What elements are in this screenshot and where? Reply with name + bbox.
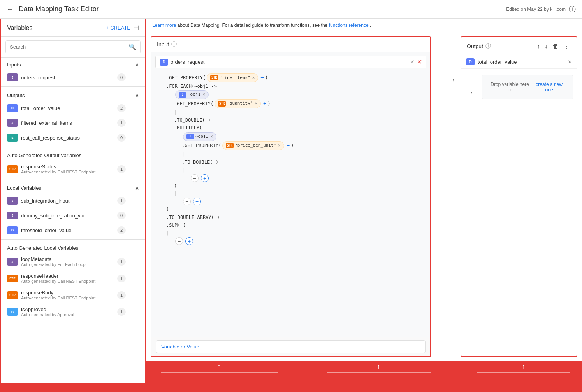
bottom-bar-mid: ↑ [292, 362, 465, 375]
list-item[interactable]: J orders_request 0 ⋮ [1, 70, 145, 85]
var-menu-icon[interactable]: ⋮ [129, 274, 139, 283]
var-menu-icon[interactable]: ⋮ [129, 133, 139, 142]
input-panel: Input ⓘ D orders_request ✕ ✕ [151, 36, 431, 357]
list-item[interactable]: STR responseStatus Auto-generated by Cal… [1, 161, 145, 177]
str-close-icon[interactable]: ✕ [255, 100, 257, 107]
input-info-icon[interactable]: ⓘ [171, 41, 177, 48]
add-param-button[interactable]: + [263, 99, 266, 108]
type-badge-s: S [7, 134, 18, 142]
var-menu-icon[interactable]: ⋮ [129, 257, 139, 266]
header-right: Edited on May 22 by k .com ⓘ [506, 5, 576, 14]
str-close-icon[interactable]: ✕ [252, 74, 255, 82]
var-menu-icon[interactable]: ⋮ [129, 73, 139, 82]
var-menu-icon[interactable]: ⋮ [129, 119, 139, 127]
code-line: .TO_DOUBLE_ARRAY( ) [158, 214, 423, 221]
collapse-panel-button[interactable]: ⊣ [134, 24, 139, 32]
list-item[interactable]: J loopMetadata Auto-generated by For Eac… [1, 253, 145, 270]
bottom-up-arrow-left: ↑ [217, 362, 221, 371]
plus-button[interactable]: + [185, 237, 193, 245]
create-new-link[interactable]: create a new one [531, 82, 567, 93]
str-close-icon[interactable]: ✕ [278, 142, 281, 149]
code-line: .GET_PROPERTY( STR "line_items" ✕ + ) [158, 73, 423, 82]
str-value: "line_items" [219, 74, 250, 82]
var-menu-icon[interactable]: ⋮ [129, 196, 139, 205]
input-remove-icon[interactable]: ✕ [410, 59, 415, 65]
list-item[interactable]: D total_order_value 2 ⋮ [1, 101, 145, 116]
var-menu-icon[interactable]: ⋮ [129, 226, 139, 234]
var-name: responseStatus [21, 164, 114, 170]
list-item[interactable]: J filtered_external_items 1 ⋮ [1, 116, 145, 130]
code-line: − + [158, 198, 423, 205]
add-param-button[interactable]: + [260, 73, 264, 82]
editor-area: Input ⓘ D orders_request ✕ ✕ [146, 32, 582, 361]
add-param-button[interactable]: + [287, 141, 290, 150]
type-badge-d: D [7, 104, 18, 112]
code-line: ) [158, 205, 423, 213]
inputs-section-header: Inputs ∧ [1, 58, 145, 70]
inputs-collapse-icon[interactable]: ∧ [135, 61, 139, 68]
inputs-label: Inputs [7, 62, 21, 68]
minus-button[interactable]: − [175, 237, 183, 245]
type-badge-b: B [7, 308, 18, 316]
var-menu-icon[interactable]: ⋮ [129, 291, 139, 299]
input-close-icon[interactable]: ✕ [417, 58, 422, 66]
delete-button[interactable]: 🗑 [551, 41, 560, 51]
str-tag[interactable]: STR "quantity" ✕ [215, 99, 261, 108]
variables-panel-header: Variables + CREATE ⊣ [1, 19, 145, 37]
search-icon: 🔍 [128, 43, 136, 51]
variables-scroll: Inputs ∧ J orders_request 0 ⋮ Outputs ∧ … [1, 58, 145, 383]
var-menu-icon[interactable]: ⋮ [129, 104, 139, 112]
right-content: Learn more about Data Mapping. For a det… [146, 19, 582, 392]
move-down-button[interactable]: ↓ [543, 41, 549, 51]
list-item[interactable]: S rest_call_response_status 0 ⋮ [1, 130, 145, 145]
close-paren: ) [291, 142, 294, 149]
back-arrow-icon: ← [6, 5, 14, 14]
bottom-up-arrow-mid: ↑ [377, 362, 380, 371]
back-button[interactable]: ← [6, 5, 14, 14]
tag-close-icon[interactable]: ✕ [210, 133, 213, 140]
var-sub: Auto-generated by Approval [21, 312, 114, 317]
d-tag[interactable]: D ~obj1 ✕ [183, 132, 216, 141]
minus-button[interactable]: − [183, 198, 191, 205]
close-paren: ) [174, 182, 177, 190]
output-remove-icon[interactable]: ✕ [568, 59, 572, 65]
list-item[interactable]: STR responseHeader Auto-generated by Cal… [1, 270, 145, 287]
code-line: | [158, 229, 423, 237]
list-item[interactable]: J dummy_sub_integration_var 0 ⋮ [1, 208, 145, 223]
locals-collapse-icon[interactable]: ∧ [135, 185, 139, 191]
variable-or-value-button[interactable]: Variable or Value [156, 340, 426, 353]
search-input[interactable] [10, 44, 128, 50]
var-name: loopMetadata [21, 256, 114, 262]
more-menu-button[interactable]: ⋮ [562, 41, 571, 51]
var-name: rest_call_response_status [21, 135, 114, 141]
info-icon[interactable]: ⓘ [569, 5, 576, 14]
list-item[interactable]: J sub_integration_input 1 ⋮ [1, 193, 145, 208]
var-menu-icon[interactable]: ⋮ [129, 165, 139, 173]
drop-text: Drop variable here or [488, 82, 531, 93]
var-ref: ~obj1 [195, 133, 208, 140]
var-menu-icon[interactable]: ⋮ [129, 308, 139, 316]
str-tag[interactable]: STR "price_per_unit" ✕ [222, 141, 284, 150]
output-info-icon[interactable]: ⓘ [485, 43, 491, 50]
var-menu-icon[interactable]: ⋮ [129, 211, 139, 220]
plus-button[interactable]: + [201, 174, 209, 182]
outputs-collapse-icon[interactable]: ∧ [135, 92, 139, 98]
d-tag[interactable]: D ~obj1 ✕ [175, 90, 209, 99]
panel-actions: + CREATE ⊣ [106, 24, 139, 32]
learn-more-link[interactable]: Learn more [152, 23, 176, 28]
str-badge: STR [210, 75, 218, 80]
second-arrow-right-icon: → [466, 88, 474, 98]
tag-close-icon[interactable]: ✕ [202, 91, 205, 98]
move-up-button[interactable]: ↑ [535, 41, 542, 51]
var-count: 2 [117, 226, 126, 234]
list-item[interactable]: D threshold_order_value 2 ⋮ [1, 223, 145, 238]
list-item[interactable]: STR responseBody Auto-generated by Call … [1, 287, 145, 303]
str-value: "price_per_unit" [235, 142, 276, 149]
functions-ref-link[interactable]: functions reference [329, 23, 369, 28]
create-button[interactable]: + CREATE [106, 25, 130, 31]
list-item[interactable]: B isApproved Auto-generated by Approval … [1, 303, 145, 320]
plus-button[interactable]: + [193, 198, 201, 205]
minus-button[interactable]: − [191, 174, 199, 182]
code-line: ) [158, 182, 423, 190]
str-tag[interactable]: STR "line_items" ✕ [207, 74, 258, 82]
